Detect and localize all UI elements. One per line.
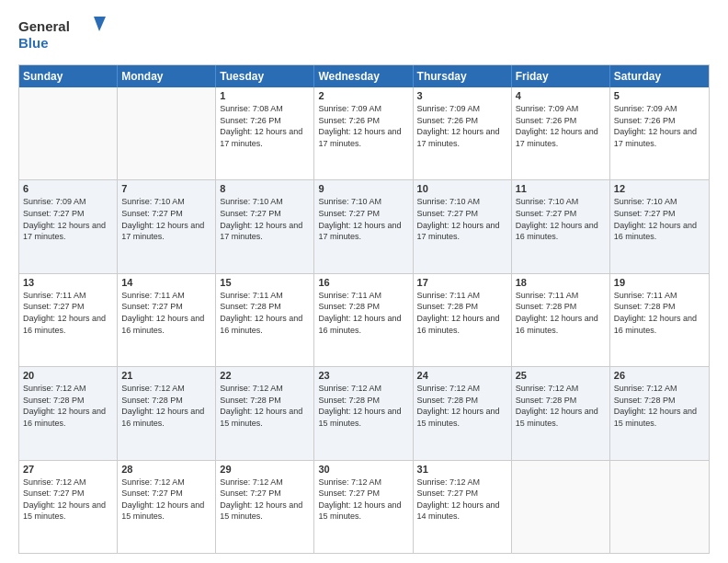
cell-info: Sunrise: 7:09 AM Sunset: 7:27 PM Dayligh… xyxy=(23,196,113,242)
weekday-header-thursday: Thursday xyxy=(414,65,512,87)
calendar-cell-2-3: 16Sunrise: 7:11 AM Sunset: 7:28 PM Dayli… xyxy=(314,274,413,366)
cell-info: Sunrise: 7:09 AM Sunset: 7:26 PM Dayligh… xyxy=(516,103,606,149)
calendar-cell-1-4: 10Sunrise: 7:10 AM Sunset: 7:27 PM Dayli… xyxy=(414,180,512,272)
cell-info: Sunrise: 7:10 AM Sunset: 7:27 PM Dayligh… xyxy=(121,196,211,242)
calendar-cell-1-3: 9Sunrise: 7:10 AM Sunset: 7:27 PM Daylig… xyxy=(314,180,413,272)
day-number: 4 xyxy=(516,90,606,101)
cell-info: Sunrise: 7:11 AM Sunset: 7:27 PM Dayligh… xyxy=(121,290,211,336)
page: General Blue SundayMondayTuesdayWednesda… xyxy=(0,0,728,563)
cell-info: Sunrise: 7:11 AM Sunset: 7:28 PM Dayligh… xyxy=(516,290,606,336)
calendar-cell-4-2: 29Sunrise: 7:12 AM Sunset: 7:27 PM Dayli… xyxy=(216,461,314,553)
calendar-cell-1-1: 7Sunrise: 7:10 AM Sunset: 7:27 PM Daylig… xyxy=(118,180,216,272)
calendar-cell-3-4: 24Sunrise: 7:12 AM Sunset: 7:28 PM Dayli… xyxy=(414,367,512,459)
calendar-cell-1-0: 6Sunrise: 7:09 AM Sunset: 7:27 PM Daylig… xyxy=(19,180,118,272)
cell-info: Sunrise: 7:12 AM Sunset: 7:27 PM Dayligh… xyxy=(417,477,507,523)
day-number: 28 xyxy=(121,464,211,475)
cell-info: Sunrise: 7:10 AM Sunset: 7:27 PM Dayligh… xyxy=(220,196,310,242)
cell-info: Sunrise: 7:12 AM Sunset: 7:27 PM Dayligh… xyxy=(121,477,211,523)
day-number: 14 xyxy=(121,277,211,288)
cell-info: Sunrise: 7:12 AM Sunset: 7:28 PM Dayligh… xyxy=(220,383,310,429)
day-number: 29 xyxy=(220,464,310,475)
calendar-cell-4-6 xyxy=(610,461,709,553)
svg-text:Blue: Blue xyxy=(18,35,49,51)
cell-info: Sunrise: 7:11 AM Sunset: 7:28 PM Dayligh… xyxy=(417,290,507,336)
day-number: 18 xyxy=(516,277,606,288)
cell-info: Sunrise: 7:11 AM Sunset: 7:27 PM Dayligh… xyxy=(23,290,113,336)
day-number: 24 xyxy=(417,370,507,381)
calendar-cell-0-1 xyxy=(118,87,216,179)
calendar-cell-2-6: 19Sunrise: 7:11 AM Sunset: 7:28 PM Dayli… xyxy=(610,274,709,366)
day-number: 17 xyxy=(417,277,507,288)
day-number: 13 xyxy=(23,277,113,288)
cell-info: Sunrise: 7:12 AM Sunset: 7:28 PM Dayligh… xyxy=(318,383,408,429)
cell-info: Sunrise: 7:12 AM Sunset: 7:27 PM Dayligh… xyxy=(318,477,408,523)
weekday-header-sunday: Sunday xyxy=(19,65,118,87)
cell-info: Sunrise: 7:12 AM Sunset: 7:28 PM Dayligh… xyxy=(23,383,113,429)
day-number: 31 xyxy=(417,464,507,475)
day-number: 25 xyxy=(516,370,606,381)
calendar-row-0: 1Sunrise: 7:08 AM Sunset: 7:26 PM Daylig… xyxy=(19,87,709,179)
cell-info: Sunrise: 7:09 AM Sunset: 7:26 PM Dayligh… xyxy=(417,103,507,149)
calendar-row-4: 27Sunrise: 7:12 AM Sunset: 7:27 PM Dayli… xyxy=(19,460,709,553)
calendar-cell-3-0: 20Sunrise: 7:12 AM Sunset: 7:28 PM Dayli… xyxy=(19,367,118,459)
day-number: 15 xyxy=(220,277,310,288)
cell-info: Sunrise: 7:12 AM Sunset: 7:28 PM Dayligh… xyxy=(614,383,705,429)
calendar-cell-0-4: 3Sunrise: 7:09 AM Sunset: 7:26 PM Daylig… xyxy=(414,87,512,179)
day-number: 10 xyxy=(417,183,507,194)
cell-info: Sunrise: 7:12 AM Sunset: 7:28 PM Dayligh… xyxy=(121,383,211,429)
day-number: 19 xyxy=(614,277,705,288)
calendar-row-2: 13Sunrise: 7:11 AM Sunset: 7:27 PM Dayli… xyxy=(19,273,709,366)
calendar-cell-1-2: 8Sunrise: 7:10 AM Sunset: 7:27 PM Daylig… xyxy=(216,180,314,272)
cell-info: Sunrise: 7:08 AM Sunset: 7:26 PM Dayligh… xyxy=(220,103,310,149)
day-number: 1 xyxy=(220,90,310,101)
day-number: 8 xyxy=(220,183,310,194)
calendar-cell-2-4: 17Sunrise: 7:11 AM Sunset: 7:28 PM Dayli… xyxy=(414,274,512,366)
cell-info: Sunrise: 7:10 AM Sunset: 7:27 PM Dayligh… xyxy=(516,196,606,242)
calendar-cell-0-0 xyxy=(19,87,118,179)
cell-info: Sunrise: 7:11 AM Sunset: 7:28 PM Dayligh… xyxy=(318,290,408,336)
calendar-cell-3-3: 23Sunrise: 7:12 AM Sunset: 7:28 PM Dayli… xyxy=(314,367,413,459)
weekday-header-wednesday: Wednesday xyxy=(314,65,413,87)
logo: General Blue xyxy=(18,15,110,55)
calendar-cell-0-3: 2Sunrise: 7:09 AM Sunset: 7:26 PM Daylig… xyxy=(314,87,413,179)
calendar-cell-4-5 xyxy=(512,461,610,553)
svg-text:General: General xyxy=(18,18,70,34)
calendar-row-3: 20Sunrise: 7:12 AM Sunset: 7:28 PM Dayli… xyxy=(19,366,709,459)
calendar-row-1: 6Sunrise: 7:09 AM Sunset: 7:27 PM Daylig… xyxy=(19,179,709,272)
calendar-header: SundayMondayTuesdayWednesdayThursdayFrid… xyxy=(19,65,709,87)
weekday-header-monday: Monday xyxy=(118,65,216,87)
calendar-cell-0-2: 1Sunrise: 7:08 AM Sunset: 7:26 PM Daylig… xyxy=(216,87,314,179)
header: General Blue xyxy=(18,15,710,55)
calendar-cell-3-2: 22Sunrise: 7:12 AM Sunset: 7:28 PM Dayli… xyxy=(216,367,314,459)
calendar-cell-1-5: 11Sunrise: 7:10 AM Sunset: 7:27 PM Dayli… xyxy=(512,180,610,272)
cell-info: Sunrise: 7:10 AM Sunset: 7:27 PM Dayligh… xyxy=(318,196,408,242)
cell-info: Sunrise: 7:12 AM Sunset: 7:28 PM Dayligh… xyxy=(516,383,606,429)
day-number: 11 xyxy=(516,183,606,194)
cell-info: Sunrise: 7:10 AM Sunset: 7:27 PM Dayligh… xyxy=(614,196,705,242)
calendar-cell-4-0: 27Sunrise: 7:12 AM Sunset: 7:27 PM Dayli… xyxy=(19,461,118,553)
cell-info: Sunrise: 7:11 AM Sunset: 7:28 PM Dayligh… xyxy=(614,290,705,336)
calendar-cell-0-6: 5Sunrise: 7:09 AM Sunset: 7:26 PM Daylig… xyxy=(610,87,709,179)
day-number: 20 xyxy=(23,370,113,381)
calendar-cell-0-5: 4Sunrise: 7:09 AM Sunset: 7:26 PM Daylig… xyxy=(512,87,610,179)
day-number: 12 xyxy=(614,183,705,194)
calendar-body: 1Sunrise: 7:08 AM Sunset: 7:26 PM Daylig… xyxy=(19,87,709,553)
day-number: 23 xyxy=(318,370,408,381)
cell-info: Sunrise: 7:12 AM Sunset: 7:27 PM Dayligh… xyxy=(23,477,113,523)
day-number: 26 xyxy=(614,370,705,381)
cell-info: Sunrise: 7:09 AM Sunset: 7:26 PM Dayligh… xyxy=(318,103,408,149)
weekday-header-friday: Friday xyxy=(512,65,610,87)
calendar-cell-4-3: 30Sunrise: 7:12 AM Sunset: 7:27 PM Dayli… xyxy=(314,461,413,553)
logo-svg: General Blue xyxy=(18,15,110,55)
calendar-cell-2-0: 13Sunrise: 7:11 AM Sunset: 7:27 PM Dayli… xyxy=(19,274,118,366)
calendar-cell-2-1: 14Sunrise: 7:11 AM Sunset: 7:27 PM Dayli… xyxy=(118,274,216,366)
cell-info: Sunrise: 7:12 AM Sunset: 7:27 PM Dayligh… xyxy=(220,477,310,523)
weekday-header-tuesday: Tuesday xyxy=(216,65,314,87)
calendar: SundayMondayTuesdayWednesdayThursdayFrid… xyxy=(18,64,710,554)
calendar-cell-3-5: 25Sunrise: 7:12 AM Sunset: 7:28 PM Dayli… xyxy=(512,367,610,459)
day-number: 3 xyxy=(417,90,507,101)
day-number: 27 xyxy=(23,464,113,475)
calendar-cell-2-5: 18Sunrise: 7:11 AM Sunset: 7:28 PM Dayli… xyxy=(512,274,610,366)
day-number: 30 xyxy=(318,464,408,475)
calendar-cell-4-1: 28Sunrise: 7:12 AM Sunset: 7:27 PM Dayli… xyxy=(118,461,216,553)
